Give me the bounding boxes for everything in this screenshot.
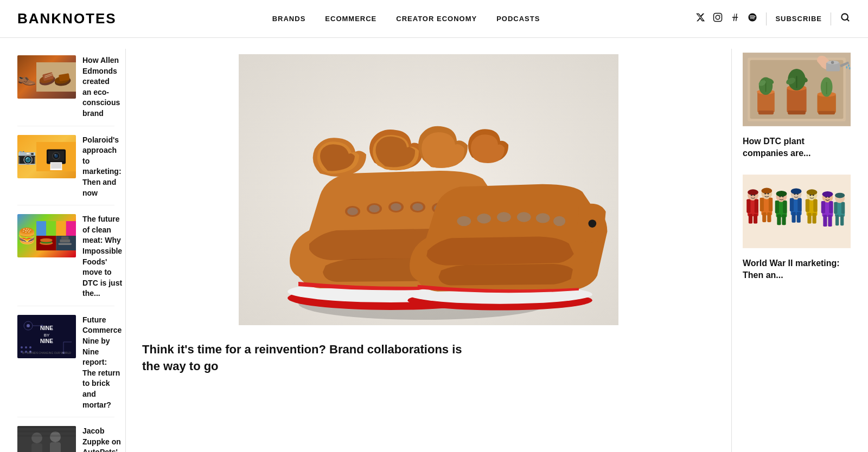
nav-creator-economy[interactable]: CREATOR ECONOMY <box>396 15 477 23</box>
subscribe-button[interactable]: SUBSCRIBE <box>775 15 822 23</box>
sidebar-article-plants[interactable]: How DTC plant companies are... <box>743 49 851 160</box>
svg-rect-165 <box>813 199 817 212</box>
svg-point-31 <box>40 238 53 242</box>
svg-text:NINE: NINE <box>40 325 53 331</box>
svg-point-91 <box>477 214 491 223</box>
svg-point-169 <box>809 195 811 196</box>
list-item[interactable]: How Allen Edmonds created an eco-conscio… <box>17 49 114 126</box>
svg-point-81 <box>369 205 380 212</box>
instagram-icon[interactable] <box>713 12 723 25</box>
svg-point-161 <box>797 193 799 195</box>
article-text: Future Commerce Nine by Nine report: The… <box>82 315 122 410</box>
svg-point-46 <box>29 346 31 348</box>
hero-crocs-svg <box>239 54 618 325</box>
nav-brands[interactable]: BRANDS <box>272 15 306 23</box>
svg-rect-21 <box>51 163 61 169</box>
svg-point-45 <box>25 346 27 348</box>
sidebar-thumbnail <box>743 49 851 130</box>
svg-point-123 <box>846 66 847 69</box>
svg-point-19 <box>54 154 56 156</box>
svg-rect-54 <box>17 426 76 452</box>
sidebar-thumbnail-wwii <box>743 171 851 252</box>
svg-rect-4 <box>36 62 76 92</box>
svg-rect-128 <box>746 199 750 212</box>
svg-point-143 <box>768 193 769 195</box>
svg-rect-185 <box>840 215 844 225</box>
svg-point-82 <box>391 203 401 211</box>
right-sidebar: How DTC plant companies are... <box>731 49 851 452</box>
list-item[interactable]: The future of clean meat: Why Impossible… <box>17 208 114 306</box>
svg-rect-138 <box>769 197 773 211</box>
svg-point-152 <box>782 196 784 197</box>
svg-point-142 <box>764 193 766 195</box>
search-button[interactable] <box>840 12 851 25</box>
svg-rect-158 <box>797 212 801 223</box>
article-title: Future Commerce Nine by Nine report: The… <box>82 315 122 410</box>
svg-point-134 <box>754 195 755 196</box>
svg-rect-58 <box>50 442 61 452</box>
twitter-icon[interactable] <box>695 12 705 25</box>
list-item[interactable]: Jacob Zuppke on AutoPets' DTC origins, a… <box>17 419 114 452</box>
svg-point-44 <box>21 346 23 348</box>
header-right: SUBSCRIBE <box>695 12 851 25</box>
svg-point-170 <box>813 195 814 196</box>
hashtag-icon[interactable] <box>730 12 740 25</box>
article-title: The future of clean meat: Why Impossible… <box>82 214 122 299</box>
svg-rect-35 <box>59 243 72 245</box>
svg-point-1 <box>716 15 720 20</box>
svg-rect-140 <box>767 212 771 222</box>
svg-point-90 <box>457 216 471 226</box>
left-sidebar: How Allen Edmonds created an eco-conscio… <box>17 49 126 452</box>
svg-point-151 <box>779 196 781 197</box>
svg-rect-139 <box>762 212 766 222</box>
svg-point-80 <box>347 208 358 215</box>
svg-point-3 <box>841 14 848 20</box>
center-main: Think it's time for a reinvention? Brand… <box>126 49 731 452</box>
svg-point-122 <box>848 64 850 67</box>
svg-rect-175 <box>823 215 827 227</box>
article-text: The future of clean meat: Why Impossible… <box>82 214 122 299</box>
svg-rect-109 <box>788 111 806 114</box>
sidebar-article-title-wwii: World War II marketing: Then an... <box>743 257 851 282</box>
polaroid-illustration <box>36 135 76 178</box>
svg-rect-131 <box>754 214 757 223</box>
article-title: Jacob Zuppke on AutoPets' DTC origins, a… <box>82 426 121 452</box>
svg-rect-26 <box>66 221 76 236</box>
svg-rect-132 <box>748 189 758 195</box>
svg-point-92 <box>497 212 511 222</box>
divider-1 <box>766 12 767 25</box>
svg-rect-184 <box>835 215 839 225</box>
article-title: Polaroid's approach to marketing: Then a… <box>82 135 122 199</box>
site-logo[interactable]: BANKNOTES <box>17 10 117 27</box>
svg-point-83 <box>412 203 423 211</box>
plants-illustration <box>743 49 851 130</box>
nav-ecommerce[interactable]: ECOMMERCE <box>325 15 376 23</box>
svg-rect-0 <box>714 14 722 22</box>
svg-rect-116 <box>818 111 835 114</box>
svg-rect-174 <box>829 201 833 214</box>
svg-point-133 <box>751 195 752 196</box>
svg-point-2 <box>720 15 721 16</box>
divider-2 <box>831 12 831 25</box>
svg-rect-65 <box>17 435 76 437</box>
spotify-icon[interactable] <box>748 12 757 25</box>
svg-rect-24 <box>46 221 56 236</box>
hero-image[interactable] <box>142 49 715 331</box>
nav-podcasts[interactable]: PODCASTS <box>496 15 540 23</box>
svg-rect-146 <box>775 201 779 214</box>
article-thumbnail <box>17 135 76 178</box>
svg-text:BY: BY <box>44 333 50 338</box>
article-thumbnail <box>17 55 76 99</box>
list-item[interactable]: Polaroid's approach to marketing: Then a… <box>17 128 114 206</box>
svg-rect-164 <box>806 199 809 212</box>
svg-rect-167 <box>812 212 816 223</box>
svg-rect-173 <box>821 201 825 214</box>
list-item[interactable]: NINE BY NINE BY BRANDS CHANGING OUR WORL… <box>17 308 114 417</box>
svg-rect-23 <box>36 221 46 236</box>
sidebar-article-wwii[interactable]: World War II marketing: Then an... <box>743 171 851 282</box>
article-text: Jacob Zuppke on AutoPets' DTC origins, a… <box>82 426 121 452</box>
svg-point-93 <box>517 212 531 222</box>
svg-rect-149 <box>782 214 786 225</box>
svg-rect-148 <box>777 214 781 225</box>
svg-point-179 <box>828 196 830 198</box>
